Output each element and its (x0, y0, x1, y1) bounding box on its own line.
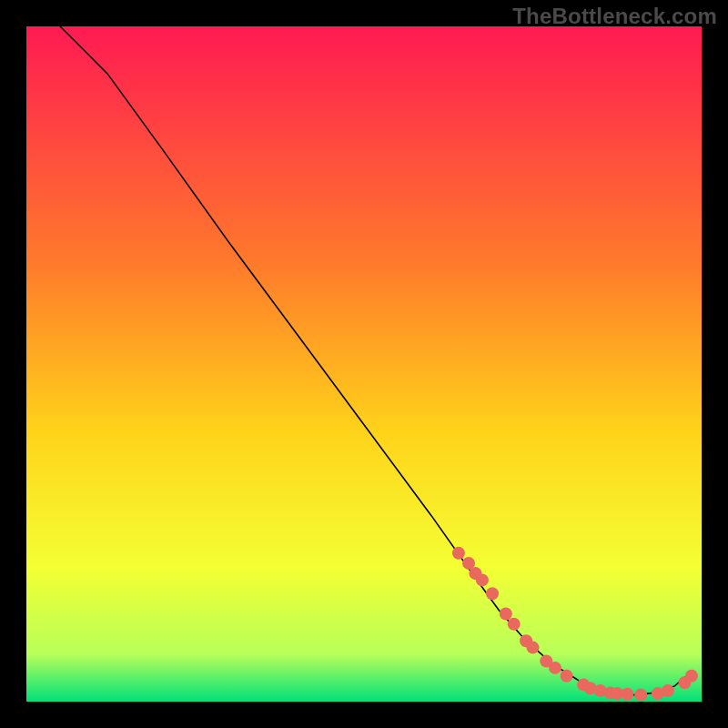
plot-background (26, 26, 702, 702)
data-point (476, 573, 489, 586)
data-point (685, 670, 698, 682)
watermark-text: TheBottleneck.com (512, 4, 717, 29)
data-point (486, 587, 499, 600)
data-point (634, 689, 647, 702)
data-point (561, 670, 573, 682)
data-point (621, 688, 633, 701)
data-point (452, 547, 465, 560)
data-point (527, 642, 540, 654)
data-point (662, 684, 674, 697)
data-point (500, 608, 512, 621)
chart-svg (0, 0, 728, 728)
data-point (508, 618, 521, 631)
chart-frame: TheBottleneck.com (0, 0, 728, 728)
data-point (549, 662, 561, 674)
